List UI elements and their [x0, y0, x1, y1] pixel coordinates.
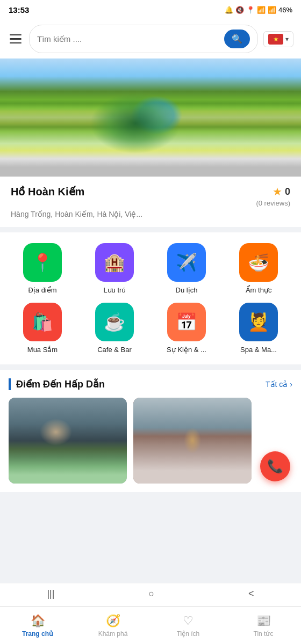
- rating-row: ★ 0: [273, 185, 290, 198]
- category-icon-am-thuc: 🍜: [239, 243, 278, 282]
- chevron-right-icon: ›: [290, 380, 292, 389]
- category-icon-cafe-bar: ☕: [95, 303, 134, 341]
- bottom-nav: 🏠 Trang chủ 🧭 Khám phá ♡ Tiện ích 📰 Tin …: [0, 606, 301, 644]
- category-icon-mua-sam: 🛍️: [23, 303, 62, 341]
- place-header: Hồ Hoàn Kiếm ★ 0 (0 reviews): [11, 185, 290, 207]
- rating-number: 0: [285, 186, 290, 197]
- chevron-down-icon: ▾: [285, 35, 289, 43]
- flag-icon: [268, 34, 283, 45]
- search-button[interactable]: 🔍: [224, 30, 250, 48]
- hero-image: [0, 58, 301, 177]
- category-label-mua-sam: Mua Sắm: [27, 346, 58, 354]
- fab-call-button[interactable]: 📞: [260, 451, 290, 481]
- category-section: 📍 Địa điểm 🏨 Lưu trú ✈️ Du lịch 🍜 Ẩm thự…: [0, 232, 301, 364]
- place-rating: ★ 0 (0 reviews): [256, 185, 290, 207]
- phone-icon: 📞: [267, 459, 283, 474]
- signal-icon: 📶: [268, 6, 276, 14]
- search-box: 🔍: [29, 25, 258, 53]
- nav-icon-tien-ich: ♡: [183, 614, 194, 628]
- battery-level: 46%: [278, 6, 292, 14]
- header: 🔍 ▾: [0, 19, 301, 58]
- system-home-button[interactable]: ○: [148, 588, 154, 599]
- nav-icon-tin-tuc: 📰: [256, 614, 271, 628]
- category-label-spa-ma: Spa & Ma...: [240, 346, 277, 354]
- review-count: (0 reviews): [256, 199, 290, 207]
- category-item-luu-tru[interactable]: 🏨 Lưu trú: [81, 243, 148, 294]
- hero-overlay: [0, 58, 301, 177]
- category-label-luu-tru: Lưu trú: [103, 286, 125, 294]
- system-nav-bar: ||| ○ <: [0, 583, 301, 606]
- category-icon-luu-tru: 🏨: [95, 243, 134, 282]
- category-item-mua-sam[interactable]: 🛍️ Mua Sắm: [9, 303, 76, 354]
- category-item-am-thuc[interactable]: 🍜 Ẩm thực: [225, 243, 292, 294]
- nav-item-trang-chu[interactable]: 🏠 Trang chủ: [0, 607, 75, 644]
- see-all-button[interactable]: Tất cả ›: [266, 380, 292, 389]
- category-item-spa-ma[interactable]: 💆 Spa & Ma...: [225, 303, 292, 354]
- nav-label-tin-tuc: Tin tức: [254, 630, 274, 638]
- attractions-scroll[interactable]: [9, 398, 292, 492]
- category-icon-dia-diem: 📍: [23, 243, 62, 282]
- nav-icon-kham-pha: 🧭: [106, 614, 120, 628]
- notification-icon: 🔔: [225, 6, 233, 14]
- system-recent-button[interactable]: |||: [47, 588, 54, 599]
- nav-item-tin-tuc[interactable]: 📰 Tin tức: [226, 607, 301, 644]
- attraction-card-1[interactable]: [9, 398, 127, 484]
- search-icon: 🔍: [232, 34, 242, 44]
- category-label-dia-diem: Địa điểm: [28, 286, 56, 294]
- place-name: Hồ Hoàn Kiếm: [11, 185, 84, 198]
- nav-item-tien-ich[interactable]: ♡ Tiện ích: [150, 607, 226, 644]
- location-icon: 📍: [246, 6, 255, 14]
- star-icon: ★: [273, 185, 282, 198]
- category-icon-su-kien: 📅: [167, 303, 206, 341]
- category-item-dia-diem[interactable]: 📍 Địa điểm: [9, 243, 76, 294]
- category-grid: 📍 Địa điểm 🏨 Lưu trú ✈️ Du lịch 🍜 Ẩm thự…: [9, 243, 292, 354]
- category-label-am-thuc: Ẩm thực: [246, 286, 272, 294]
- nav-label-trang-chu: Trang chủ: [22, 630, 53, 638]
- search-input[interactable]: [37, 34, 224, 43]
- status-icons: 🔔 🔇 📍 📶 📶 46%: [225, 6, 292, 14]
- category-icon-spa-ma: 💆: [239, 303, 278, 341]
- section-title: Điểm Đến Hấp Dẫn: [9, 378, 105, 390]
- language-button[interactable]: ▾: [263, 31, 293, 47]
- place-address: Hàng Trống, Hoàn Kiếm, Hà Nội, Việ...: [11, 210, 290, 218]
- system-back-button[interactable]: <: [248, 588, 254, 599]
- category-item-du-lich[interactable]: ✈️ Du lịch: [153, 243, 220, 294]
- menu-button[interactable]: [8, 32, 24, 46]
- section-header: Điểm Đến Hấp Dẫn Tất cả ›: [9, 378, 292, 390]
- place-card: Hồ Hoàn Kiếm ★ 0 (0 reviews) Hàng Trống,…: [0, 177, 301, 227]
- attractions-section: Điểm Đến Hấp Dẫn Tất cả › 📞: [0, 370, 301, 492]
- attraction-image-1: [9, 398, 127, 484]
- wifi-icon: 📶: [257, 6, 266, 14]
- attraction-card-2[interactable]: [133, 398, 252, 484]
- category-label-su-kien: Sự Kiện & ...: [167, 346, 206, 354]
- nav-label-kham-pha: Khám phá: [98, 630, 128, 638]
- category-icon-du-lich: ✈️: [167, 243, 206, 282]
- category-item-cafe-bar[interactable]: ☕ Cafe & Bar: [81, 303, 148, 354]
- status-time: 13:53: [9, 5, 29, 14]
- attraction-image-2: [133, 398, 252, 484]
- category-label-du-lich: Du lịch: [176, 286, 198, 294]
- nav-label-tien-ich: Tiện ích: [177, 630, 200, 638]
- nav-icon-trang-chu: 🏠: [31, 614, 45, 628]
- status-bar: 13:53 🔔 🔇 📍 📶 📶 46%: [0, 0, 301, 19]
- category-label-cafe-bar: Cafe & Bar: [97, 346, 132, 354]
- category-item-su-kien[interactable]: 📅 Sự Kiện & ...: [153, 303, 220, 354]
- nav-item-kham-pha[interactable]: 🧭 Khám phá: [75, 607, 150, 644]
- volume-icon: 🔇: [235, 6, 244, 14]
